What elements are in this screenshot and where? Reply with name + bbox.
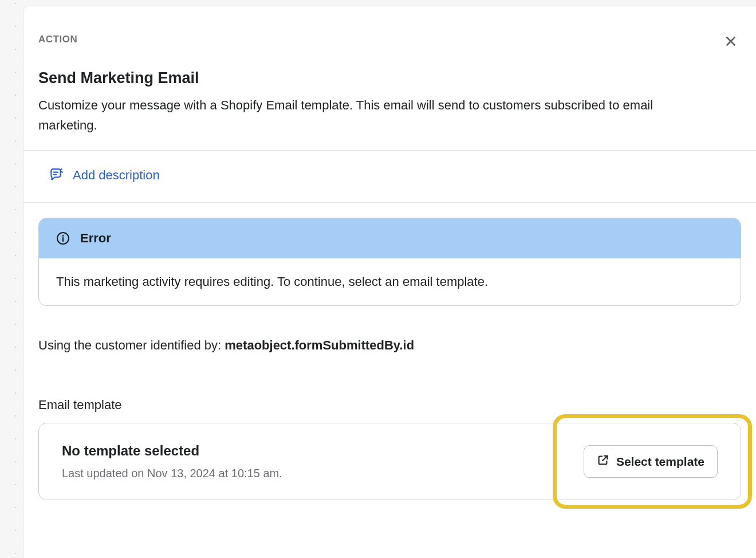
template-info: No template selected Last updated on Nov… (62, 443, 282, 480)
error-banner-header: Error (39, 218, 741, 258)
action-eyebrow: ACTION (38, 34, 741, 45)
template-status: No template selected (62, 443, 282, 459)
select-template-label: Select template (616, 455, 704, 469)
add-description-link[interactable]: Add description (49, 168, 160, 183)
close-icon (724, 35, 737, 49)
canvas-background (0, 0, 23, 558)
svg-point-2 (62, 235, 64, 237)
error-message: This marketing activity requires editing… (39, 258, 741, 305)
close-button[interactable] (720, 32, 741, 52)
customer-identifier-value: metaobject.formSubmittedBy.id (225, 338, 414, 352)
add-description-label: Add description (73, 168, 160, 183)
error-banner: Error This marketing activity requires e… (38, 218, 741, 306)
action-subtitle: Customize your message with a Shopify Em… (38, 95, 714, 135)
action-panel: ACTION Send Marketing Email Customize yo… (23, 6, 756, 558)
action-title: Send Marketing Email (38, 69, 741, 87)
email-template-label: Email template (38, 398, 741, 412)
customer-identifier-text: Using the customer identified by: metaob… (38, 338, 741, 353)
panel-header: ACTION Send Marketing Email Customize yo… (23, 6, 756, 151)
external-link-icon (597, 454, 609, 469)
template-last-updated: Last updated on Nov 13, 2024 at 10:15 am… (62, 467, 282, 480)
customer-identifier-prefix: Using the customer identified by: (38, 338, 225, 352)
add-description-row: Add description (23, 151, 756, 203)
email-template-card: No template selected Last updated on Nov… (38, 423, 741, 500)
info-icon (56, 231, 70, 245)
select-template-button[interactable]: Select template (584, 445, 718, 478)
panel-body: Error This marketing activity requires e… (23, 203, 756, 515)
error-title: Error (80, 231, 111, 246)
chat-icon (49, 168, 64, 183)
